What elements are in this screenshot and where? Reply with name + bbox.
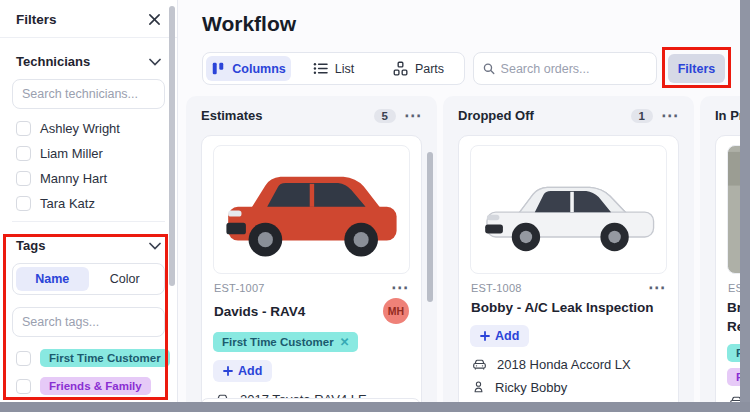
tags-section: Tags Name Color First Time Customer Frie… [0, 222, 177, 395]
page-title: Workflow [202, 12, 296, 36]
card-more-icon[interactable]: ⋯ [391, 283, 409, 293]
white-sedan-image [471, 146, 666, 273]
technicians-label: Technicians [16, 54, 90, 69]
columns-icon [211, 61, 225, 76]
vehicle-photo-red-suv [213, 145, 410, 274]
horizontal-scrollbar[interactable] [0, 402, 750, 412]
vehicle-name: 2018 Honda Accord LX [497, 357, 631, 372]
tag-mode-switch: Name Color [12, 263, 165, 295]
checkbox[interactable] [16, 146, 31, 161]
filters-button[interactable]: Filters [668, 54, 725, 83]
order-search-input[interactable] [501, 62, 647, 76]
technician-name: Manny Hart [40, 171, 107, 186]
technicians-section: Technicians Ashley Wright Liam Miller Ma… [0, 38, 177, 222]
technician-name: Liam Miller [40, 146, 103, 161]
tag-mode-color-tab[interactable]: Color [89, 267, 162, 291]
vertical-scrollbar[interactable] [740, 0, 750, 402]
technician-search-input[interactable] [22, 87, 155, 101]
tags-label: Tags [16, 238, 45, 253]
order-search-field [473, 52, 657, 85]
kanban-board: Estimates 5 ⋯ EST-1007 ⋯ [186, 96, 750, 412]
column-name: Estimates [201, 108, 374, 123]
list-icon [313, 62, 328, 75]
chevron-down-icon[interactable] [149, 58, 161, 66]
add-tag-button[interactable]: Add [470, 325, 529, 347]
technician-search-field [12, 79, 165, 109]
order-card[interactable]: EST-1008 ⋯ Bobby - A/C Leak Inspection A… [458, 135, 679, 412]
add-tag-button[interactable]: Add [213, 360, 272, 382]
column-count-badge: 5 [374, 109, 396, 123]
plus-icon [480, 331, 490, 341]
remove-tag-icon[interactable]: ✕ [340, 336, 350, 348]
tag-option[interactable]: Friends & Family [16, 377, 161, 395]
filters-sidebar: Filters Technicians Ashley Wright Liam M… [0, 0, 178, 402]
chevron-down-icon[interactable] [149, 242, 161, 250]
order-title: Bobby - A/C Leak Inspection [471, 298, 654, 317]
tag-search-input[interactable] [22, 315, 155, 329]
column-name: Dropped Off [458, 108, 631, 123]
tag-mode-name-tab[interactable]: Name [16, 267, 89, 291]
red-suv-image [214, 146, 409, 273]
technician-option[interactable]: Ashley Wright [16, 121, 161, 136]
tag-search-field [12, 307, 165, 337]
plus-icon [223, 366, 233, 376]
view-switcher: Columns List Parts [202, 52, 465, 85]
sidebar-title: Filters [16, 12, 57, 27]
car-icon [471, 357, 488, 372]
view-toolbar: Columns List Parts [202, 52, 465, 85]
checkbox[interactable] [16, 379, 31, 394]
checkbox[interactable] [16, 196, 31, 211]
close-icon[interactable] [148, 13, 161, 26]
order-card[interactable]: EST-1007 ⋯ Davids - RAV4 MH First Time C… [201, 135, 422, 412]
order-id: EST-1008 [471, 282, 522, 294]
checkbox[interactable] [16, 351, 31, 366]
parts-icon [393, 61, 408, 76]
tab-columns[interactable]: Columns [206, 56, 291, 81]
tab-parts-label: Parts [415, 62, 444, 76]
column-scrollbar[interactable] [427, 152, 433, 302]
column-estimates: Estimates 5 ⋯ EST-1007 ⋯ [186, 96, 437, 412]
technician-option[interactable]: Liam Miller [16, 146, 161, 161]
vehicle-photo-white-sedan [470, 145, 667, 274]
tag-label: First Time Customer [222, 336, 334, 348]
tag-pill: First Time Customer [40, 349, 170, 367]
add-label: Add [495, 329, 519, 343]
tab-list-label: List [335, 62, 354, 76]
add-label: Add [238, 364, 262, 378]
tag-pill: First Time Customer✕ [213, 332, 358, 352]
person-icon [471, 379, 486, 395]
tag-pill: Friends & Family [40, 377, 151, 395]
column-dropped-off: Dropped Off 1 ⋯ EST-1 [443, 96, 694, 412]
tag-option[interactable]: First Time Customer [16, 349, 161, 367]
technician-name: Ashley Wright [40, 121, 120, 136]
checkbox[interactable] [16, 121, 31, 136]
tab-columns-label: Columns [232, 62, 285, 76]
order-title: Davids - RAV4 [214, 302, 305, 321]
column-more-icon[interactable]: ⋯ [404, 111, 422, 121]
assignee-avatar[interactable]: MH [383, 298, 409, 324]
sidebar-scrollbar[interactable] [169, 6, 175, 286]
order-id: EST-1007 [214, 282, 265, 294]
technician-option[interactable]: Tara Katz [16, 196, 161, 211]
column-count-badge: 1 [631, 109, 653, 123]
tab-list[interactable]: List [291, 56, 376, 81]
checkbox[interactable] [16, 171, 31, 186]
customer-name: Ricky Bobby [495, 380, 567, 395]
search-icon [483, 62, 495, 75]
technician-option[interactable]: Manny Hart [16, 171, 161, 186]
card-more-icon[interactable]: ⋯ [648, 283, 666, 293]
column-more-icon[interactable]: ⋯ [661, 111, 679, 121]
tab-parts[interactable]: Parts [376, 56, 461, 81]
technician-name: Tara Katz [40, 196, 95, 211]
